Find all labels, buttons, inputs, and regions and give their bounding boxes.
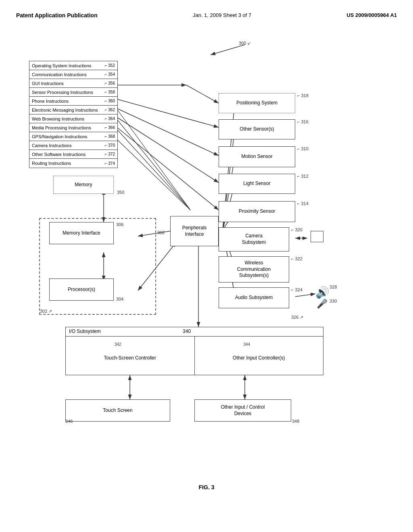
instruction-list-item: Other Software Instructions⌐ 372 (29, 150, 117, 159)
instruction-list-item: Electronic Messaging Instructions⌐ 362 (29, 106, 117, 114)
ref-318: ⌐ 318 (297, 93, 309, 98)
other-sensors-box: Other Sensor(s) (219, 119, 295, 139)
touch-screen-controller-label: Touch-Screen Controller (104, 355, 156, 361)
svg-line-10 (117, 139, 190, 210)
instruction-list-item: GPS/Navigation Instructions⌐ 368 (29, 132, 117, 141)
mic-icon: 🎤 (317, 299, 327, 309)
diagram: 300 ↙ Operating System Instructions⌐ 352… (17, 33, 396, 476)
io-subsystem-label: I/O Subsystem (69, 328, 101, 334)
ref-306: 306 (116, 222, 123, 227)
svg-line-7 (117, 109, 190, 210)
ref-310: ⌐ 310 (297, 146, 309, 151)
ref-344-inline: 344 (221, 342, 273, 347)
ref-304: 304 (116, 297, 123, 301)
other-input-controller-label: Other Input Controller(s) (233, 355, 285, 361)
instruction-list-item: Communication Instructions⌐ 354 (29, 70, 117, 79)
svg-line-6 (186, 85, 219, 103)
instruction-list-item: Phone Instructions⌐ 360 (29, 97, 117, 106)
instruction-list-item: Routing Instructions⌐ 374 (29, 159, 117, 168)
ref-340: 340 (183, 328, 191, 334)
svg-line-33 (295, 294, 315, 297)
touch-screen-box: Touch Screen (65, 399, 170, 422)
audio-subsystem-box: Audio Subsystem (219, 287, 289, 308)
ref-322: ⌐ 322 (291, 256, 302, 261)
memory-interface-box: Memory Interface (49, 222, 114, 244)
ref-320: ⌐ 320 (291, 227, 302, 232)
ref-328: 328 (330, 285, 337, 289)
svg-line-11 (117, 99, 219, 127)
ref-346: 346 (65, 419, 73, 424)
instruction-list-item: Operating System Instructions⌐ 352 (29, 61, 117, 70)
fig-caption: FIG. 3 (16, 484, 397, 490)
camera-subsystem-box: Camera Subsystem (219, 227, 289, 251)
io-subsystem-box: I/O Subsystem 340 342 Touch-Screen Contr… (65, 327, 323, 375)
ref-350: 350 (117, 190, 124, 195)
ref-302b: 302 (157, 230, 165, 235)
speaker-icon: 🔊 (315, 286, 330, 299)
ref-330: 330 (330, 299, 337, 303)
wireless-comm-box: Wireless Communication Subsystem(s) (219, 256, 289, 283)
ref-348: 348 (292, 419, 299, 424)
page: Patent Application Publication Jan. 1, 2… (0, 0, 413, 532)
svg-line-8 (117, 119, 190, 210)
instruction-list-item: Camera Instructions⌐ 370 (29, 141, 117, 150)
instruction-list-item: Sensor Processing Instructions⌐ 358 (29, 88, 117, 97)
header: Patent Application Publication Jan. 1, 2… (16, 8, 397, 21)
ref-302: 302 ↗ (40, 309, 52, 314)
svg-line-12 (117, 108, 219, 156)
proximity-sensor-box: Proximity Sensor (219, 201, 295, 222)
processor-box: Processor(s) (49, 278, 114, 301)
ref-342-inline: 342 (92, 342, 144, 347)
svg-line-13 (117, 117, 219, 183)
instruction-list-item: Web Browsing Instructions⌐ 364 (29, 114, 117, 123)
other-input-devices-box: Other Input / Control Devices (194, 399, 291, 422)
ref-316: ⌐ 316 (297, 119, 309, 124)
light-sensor-box: Light Sensor (219, 174, 295, 194)
instruction-list-item: GUI Instructions⌐ 356 (29, 79, 117, 88)
svg-line-14 (117, 127, 219, 210)
camera-small-box (311, 231, 323, 242)
header-left: Patent Application Publication (16, 12, 98, 19)
svg-line-4 (211, 45, 245, 55)
ref-326: 326 ↗ (291, 315, 303, 320)
motion-sensor-box: Motion Sensor (219, 146, 295, 167)
positioning-system-box: Positioning System (219, 93, 295, 113)
svg-line-9 (117, 129, 190, 210)
memory-box: Memory (53, 176, 114, 194)
instruction-list: Operating System Instructions⌐ 352Commun… (29, 61, 118, 168)
ref-312: ⌐ 312 (297, 174, 309, 179)
ref-300: 300 ↙ (239, 41, 251, 46)
header-center: Jan. 1, 2009 Sheet 3 of 7 (193, 12, 251, 18)
ref-314: ⌐ 314 (297, 201, 309, 206)
ref-324: ⌐ 324 (291, 287, 302, 292)
peripherals-interface-box: Peripherals Interface (170, 216, 219, 246)
header-right: US 2009/0005964 A1 (346, 12, 397, 18)
instruction-list-item: Media Processing Instructions⌐ 366 (29, 123, 117, 132)
